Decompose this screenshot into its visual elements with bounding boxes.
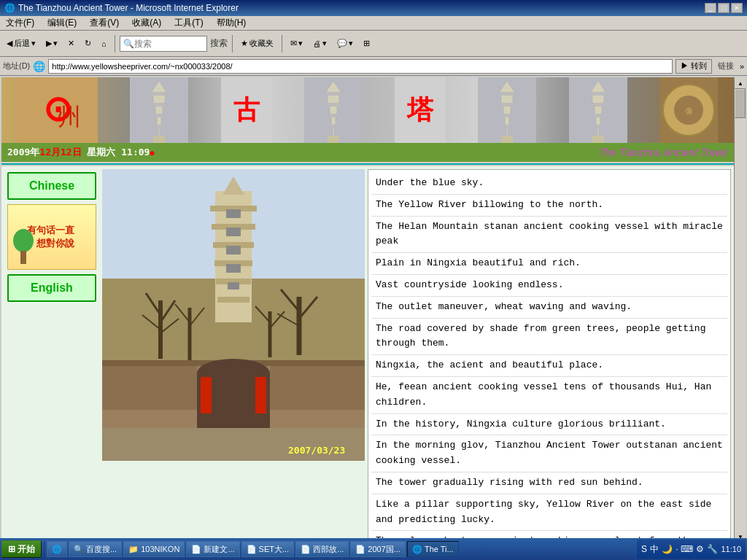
poem-line-3: The Helan Mountain stanan ancient cookin… <box>371 217 727 254</box>
svg-rect-30 <box>592 136 604 143</box>
poem-line-9: He, feean ancient cooking vessel tens of… <box>371 377 727 414</box>
menu-edit[interactable]: 编辑(E) <box>44 17 80 29</box>
banner-section-1: ⊙ 州 <box>18 77 98 143</box>
svg-rect-74 <box>201 377 212 413</box>
maximize-button[interactable]: □ <box>718 3 729 13</box>
svg-rect-75 <box>255 377 266 413</box>
links-expand-icon: » <box>740 62 744 71</box>
taskbar-icon-7: 🌐 <box>412 545 422 554</box>
close-button[interactable]: ✕ <box>731 3 743 13</box>
svg-rect-13 <box>328 103 339 106</box>
tray-icon-1: S <box>641 544 647 554</box>
menu-view[interactable]: 查看(V) <box>87 17 122 29</box>
address-input[interactable] <box>48 59 673 74</box>
taskbar-icon-5: 📄 <box>301 545 311 554</box>
taskbar-btn-tianzhou[interactable]: 🌐 The Ti... <box>407 541 459 557</box>
taskbar-label-7: The Ti... <box>425 545 454 553</box>
taskbar-btn-browser-icon[interactable]: 🌐 <box>47 541 67 557</box>
links-label: 链接 <box>715 61 737 71</box>
favorites-button[interactable]: ★ 收藏夹 <box>237 34 277 54</box>
left-sidebar: Chinese 有句话一直 想對你說 English <box>4 169 99 542</box>
photo-container: 2007/03/23 <box>102 169 365 461</box>
poem-line-6: The outlet maneuver, wheat waving and wa… <box>371 297 727 319</box>
menu-help[interactable]: 帮助(H) <box>214 17 249 29</box>
banner-tower-4 <box>569 77 627 143</box>
taskbar-btn-newdoc[interactable]: 📄 新建文... <box>186 541 239 557</box>
title-bar: 🌐 The Tianzhou Ancient Tower - Microsoft… <box>0 0 747 16</box>
svg-rect-73 <box>270 366 365 410</box>
toolbar-separator-2 <box>232 35 233 52</box>
svg-rect-51 <box>226 264 241 273</box>
back-dropdown-icon: ▾ <box>31 39 36 48</box>
window-title: The Tianzhou Ancient Tower - Microsoft I… <box>18 3 239 13</box>
svg-rect-8 <box>157 125 161 128</box>
poem-line-1: Under the blue sky. <box>371 173 727 195</box>
center-photo: 2007/03/23 <box>102 169 365 542</box>
title-bar-left: 🌐 The Tianzhou Ancient Tower - Microsoft… <box>4 3 239 13</box>
tree-icon <box>11 226 36 266</box>
main-content: Chinese 有句话一直 想對你說 English <box>1 166 734 542</box>
svg-rect-27 <box>592 103 604 106</box>
poem-line-12: The tower gradually rising with red sun … <box>371 472 727 494</box>
minimize-button[interactable]: _ <box>705 3 716 13</box>
taskbar-label-1: 百度搜... <box>86 544 117 555</box>
poem-line-7: The road covered by shade from green tre… <box>371 319 727 356</box>
svg-text:2007/03/23: 2007/03/23 <box>288 445 345 456</box>
mail-button[interactable]: ✉ ▾ <box>287 34 306 54</box>
tray-icon-keyboard: ⌨ <box>681 544 693 554</box>
browser-mini-icon: 🌐 <box>52 545 62 554</box>
address-label: 地址(D) <box>3 61 30 71</box>
svg-point-35 <box>13 229 34 252</box>
taskbar-btn-set[interactable]: 📄 SET大... <box>241 541 295 557</box>
chinese-button[interactable]: Chinese <box>7 172 96 200</box>
svg-rect-16 <box>328 136 339 143</box>
taskbar-icon-1: 🔍 <box>74 545 84 554</box>
forward-button[interactable]: ▶ ▾ <box>42 34 61 54</box>
address-icon: 🌐 <box>33 61 45 72</box>
menu-tools[interactable]: 工具(T) <box>171 17 206 29</box>
english-button[interactable]: English <box>7 274 96 302</box>
taskbar-icon-6: 📄 <box>355 545 365 554</box>
taskbar-btn-search[interactable]: 🔍 百度搜... <box>69 541 122 557</box>
svg-text:州: 州 <box>58 104 81 130</box>
back-button[interactable]: ◀ 后退 ▾ <box>3 34 39 54</box>
windows-button[interactable]: ⊞ <box>360 34 374 54</box>
taskbar-btn-2007[interactable]: 📄 2007国... <box>350 541 406 557</box>
taskbar-btn-west[interactable]: 📄 西部故... <box>295 541 349 557</box>
header-banner: ⊙ 州 古 <box>1 77 734 143</box>
banner-widget: 有句话一直 想對你說 <box>7 204 96 270</box>
menu-file[interactable]: 文件(F) <box>3 17 37 29</box>
svg-rect-72 <box>102 366 197 410</box>
forward-dropdown-icon: ▾ <box>53 39 58 48</box>
taskbar-icon-2: 📁 <box>128 545 139 554</box>
discuss-dropdown-icon: ▾ <box>349 39 353 48</box>
taskbar-label-3: 新建文... <box>204 544 234 555</box>
refresh-button[interactable]: ↻ <box>81 34 95 54</box>
print-button[interactable]: 🖨 ▾ <box>309 34 330 54</box>
start-button[interactable]: ⊞ 开始 <box>1 540 42 558</box>
search-icon: 🔍 <box>123 39 134 49</box>
search-input[interactable] <box>134 39 193 49</box>
mail-dropdown-icon: ▾ <box>298 39 303 48</box>
home-button[interactable]: ⌂ <box>98 34 110 54</box>
title-bar-controls[interactable]: _ □ ✕ <box>705 3 743 13</box>
svg-rect-12 <box>326 92 341 96</box>
taskbar-separator <box>44 542 44 556</box>
svg-rect-28 <box>595 114 602 117</box>
svg-rect-21 <box>503 114 511 117</box>
search-box[interactable]: 🔍 <box>120 36 207 52</box>
right-panel: Under the blue sky. The Yellow River bil… <box>368 169 731 542</box>
svg-rect-23 <box>501 136 513 143</box>
go-button[interactable]: ▶ 转到 <box>676 59 712 74</box>
menu-favorites[interactable]: 收藏(A) <box>129 17 164 29</box>
toolbar: ◀ 后退 ▾ ▶ ▾ ✕ ↻ ⌂ 🔍 搜索 ★ 收藏夹 ✉ ▾ 🖨 ▾ 💬 ▾ … <box>0 31 747 57</box>
svg-text:像: 像 <box>684 106 692 115</box>
tray-icon-tools: 🔧 <box>707 544 718 554</box>
taskbar-btn-nikon[interactable]: 📁 103NIKON <box>123 541 185 557</box>
discuss-icon: 💬 <box>337 39 347 48</box>
discuss-button[interactable]: 💬 ▾ <box>333 34 357 54</box>
taskbar-label-5: 西部故... <box>313 544 344 555</box>
home-icon: ⌂ <box>101 39 107 48</box>
windows-logo: ⊞ <box>8 544 15 554</box>
stop-button[interactable]: ✕ <box>64 34 78 54</box>
